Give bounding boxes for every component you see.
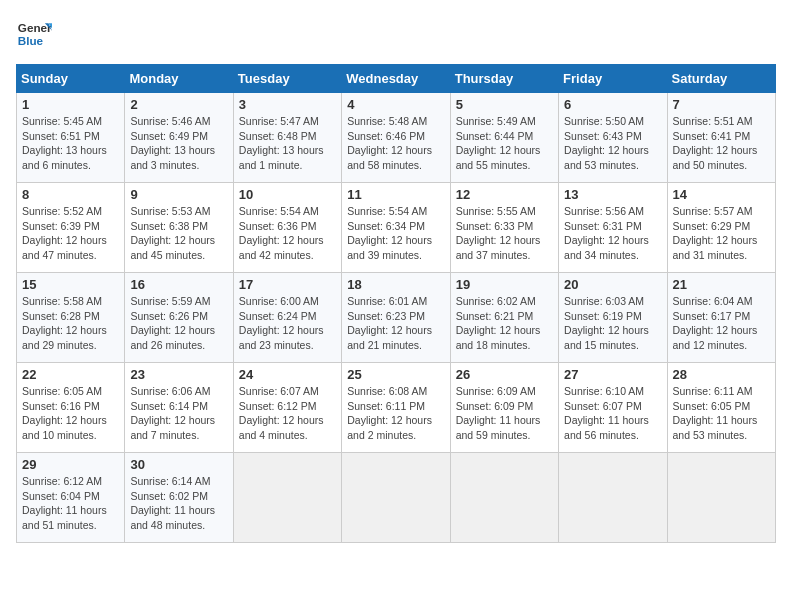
day-info: Sunrise: 5:55 AMSunset: 6:33 PMDaylight:… <box>456 205 541 261</box>
day-number: 22 <box>22 367 119 382</box>
calendar-cell: 1 Sunrise: 5:45 AMSunset: 6:51 PMDayligh… <box>17 93 125 183</box>
day-number: 11 <box>347 187 444 202</box>
day-info: Sunrise: 5:52 AMSunset: 6:39 PMDaylight:… <box>22 205 107 261</box>
day-number: 25 <box>347 367 444 382</box>
calendar-cell: 18 Sunrise: 6:01 AMSunset: 6:23 PMDaylig… <box>342 273 450 363</box>
day-info: Sunrise: 6:02 AMSunset: 6:21 PMDaylight:… <box>456 295 541 351</box>
calendar-week-row: 1 Sunrise: 5:45 AMSunset: 6:51 PMDayligh… <box>17 93 776 183</box>
calendar-table: SundayMondayTuesdayWednesdayThursdayFrid… <box>16 64 776 543</box>
day-number: 8 <box>22 187 119 202</box>
day-info: Sunrise: 6:00 AMSunset: 6:24 PMDaylight:… <box>239 295 324 351</box>
calendar-cell: 7 Sunrise: 5:51 AMSunset: 6:41 PMDayligh… <box>667 93 775 183</box>
day-info: Sunrise: 6:01 AMSunset: 6:23 PMDaylight:… <box>347 295 432 351</box>
day-info: Sunrise: 6:12 AMSunset: 6:04 PMDaylight:… <box>22 475 107 531</box>
day-number: 28 <box>673 367 770 382</box>
logo-icon: General Blue <box>16 16 52 52</box>
day-info: Sunrise: 5:51 AMSunset: 6:41 PMDaylight:… <box>673 115 758 171</box>
day-info: Sunrise: 5:47 AMSunset: 6:48 PMDaylight:… <box>239 115 324 171</box>
day-number: 26 <box>456 367 553 382</box>
calendar-cell: 13 Sunrise: 5:56 AMSunset: 6:31 PMDaylig… <box>559 183 667 273</box>
calendar-cell: 11 Sunrise: 5:54 AMSunset: 6:34 PMDaylig… <box>342 183 450 273</box>
day-info: Sunrise: 5:58 AMSunset: 6:28 PMDaylight:… <box>22 295 107 351</box>
day-info: Sunrise: 6:04 AMSunset: 6:17 PMDaylight:… <box>673 295 758 351</box>
calendar-cell: 22 Sunrise: 6:05 AMSunset: 6:16 PMDaylig… <box>17 363 125 453</box>
calendar-cell: 28 Sunrise: 6:11 AMSunset: 6:05 PMDaylig… <box>667 363 775 453</box>
header-day: Tuesday <box>233 65 341 93</box>
day-info: Sunrise: 6:06 AMSunset: 6:14 PMDaylight:… <box>130 385 215 441</box>
calendar-cell: 26 Sunrise: 6:09 AMSunset: 6:09 PMDaylig… <box>450 363 558 453</box>
calendar-week-row: 29 Sunrise: 6:12 AMSunset: 6:04 PMDaylig… <box>17 453 776 543</box>
day-info: Sunrise: 5:57 AMSunset: 6:29 PMDaylight:… <box>673 205 758 261</box>
day-number: 10 <box>239 187 336 202</box>
calendar-cell: 21 Sunrise: 6:04 AMSunset: 6:17 PMDaylig… <box>667 273 775 363</box>
calendar-week-row: 22 Sunrise: 6:05 AMSunset: 6:16 PMDaylig… <box>17 363 776 453</box>
day-number: 18 <box>347 277 444 292</box>
calendar-cell <box>233 453 341 543</box>
calendar-cell: 4 Sunrise: 5:48 AMSunset: 6:46 PMDayligh… <box>342 93 450 183</box>
page-header: General Blue <box>16 16 776 52</box>
day-info: Sunrise: 6:11 AMSunset: 6:05 PMDaylight:… <box>673 385 758 441</box>
calendar-cell: 29 Sunrise: 6:12 AMSunset: 6:04 PMDaylig… <box>17 453 125 543</box>
calendar-cell: 14 Sunrise: 5:57 AMSunset: 6:29 PMDaylig… <box>667 183 775 273</box>
day-info: Sunrise: 6:08 AMSunset: 6:11 PMDaylight:… <box>347 385 432 441</box>
day-number: 30 <box>130 457 227 472</box>
calendar-cell: 12 Sunrise: 5:55 AMSunset: 6:33 PMDaylig… <box>450 183 558 273</box>
day-number: 9 <box>130 187 227 202</box>
calendar-cell: 9 Sunrise: 5:53 AMSunset: 6:38 PMDayligh… <box>125 183 233 273</box>
day-info: Sunrise: 5:59 AMSunset: 6:26 PMDaylight:… <box>130 295 215 351</box>
day-number: 23 <box>130 367 227 382</box>
day-number: 7 <box>673 97 770 112</box>
day-info: Sunrise: 6:14 AMSunset: 6:02 PMDaylight:… <box>130 475 215 531</box>
header-day: Saturday <box>667 65 775 93</box>
day-number: 17 <box>239 277 336 292</box>
header-day: Thursday <box>450 65 558 93</box>
calendar-cell: 2 Sunrise: 5:46 AMSunset: 6:49 PMDayligh… <box>125 93 233 183</box>
header-day: Monday <box>125 65 233 93</box>
calendar-cell <box>559 453 667 543</box>
day-number: 27 <box>564 367 661 382</box>
calendar-cell <box>342 453 450 543</box>
calendar-cell: 8 Sunrise: 5:52 AMSunset: 6:39 PMDayligh… <box>17 183 125 273</box>
day-info: Sunrise: 5:45 AMSunset: 6:51 PMDaylight:… <box>22 115 107 171</box>
day-info: Sunrise: 6:09 AMSunset: 6:09 PMDaylight:… <box>456 385 541 441</box>
calendar-cell: 20 Sunrise: 6:03 AMSunset: 6:19 PMDaylig… <box>559 273 667 363</box>
calendar-cell: 5 Sunrise: 5:49 AMSunset: 6:44 PMDayligh… <box>450 93 558 183</box>
day-number: 4 <box>347 97 444 112</box>
day-info: Sunrise: 5:49 AMSunset: 6:44 PMDaylight:… <box>456 115 541 171</box>
calendar-cell: 19 Sunrise: 6:02 AMSunset: 6:21 PMDaylig… <box>450 273 558 363</box>
day-number: 16 <box>130 277 227 292</box>
day-info: Sunrise: 5:53 AMSunset: 6:38 PMDaylight:… <box>130 205 215 261</box>
day-info: Sunrise: 6:10 AMSunset: 6:07 PMDaylight:… <box>564 385 649 441</box>
logo: General Blue <box>16 16 56 52</box>
day-number: 14 <box>673 187 770 202</box>
calendar-cell: 10 Sunrise: 5:54 AMSunset: 6:36 PMDaylig… <box>233 183 341 273</box>
calendar-cell: 27 Sunrise: 6:10 AMSunset: 6:07 PMDaylig… <box>559 363 667 453</box>
day-number: 21 <box>673 277 770 292</box>
svg-text:Blue: Blue <box>18 34 44 47</box>
day-number: 3 <box>239 97 336 112</box>
day-number: 6 <box>564 97 661 112</box>
day-number: 13 <box>564 187 661 202</box>
day-info: Sunrise: 6:03 AMSunset: 6:19 PMDaylight:… <box>564 295 649 351</box>
day-number: 24 <box>239 367 336 382</box>
calendar-body: 1 Sunrise: 5:45 AMSunset: 6:51 PMDayligh… <box>17 93 776 543</box>
calendar-cell: 6 Sunrise: 5:50 AMSunset: 6:43 PMDayligh… <box>559 93 667 183</box>
calendar-week-row: 15 Sunrise: 5:58 AMSunset: 6:28 PMDaylig… <box>17 273 776 363</box>
day-number: 1 <box>22 97 119 112</box>
header-day: Sunday <box>17 65 125 93</box>
calendar-cell: 17 Sunrise: 6:00 AMSunset: 6:24 PMDaylig… <box>233 273 341 363</box>
day-info: Sunrise: 5:46 AMSunset: 6:49 PMDaylight:… <box>130 115 215 171</box>
day-info: Sunrise: 5:50 AMSunset: 6:43 PMDaylight:… <box>564 115 649 171</box>
header-day: Friday <box>559 65 667 93</box>
day-info: Sunrise: 5:56 AMSunset: 6:31 PMDaylight:… <box>564 205 649 261</box>
calendar-header: SundayMondayTuesdayWednesdayThursdayFrid… <box>17 65 776 93</box>
day-number: 15 <box>22 277 119 292</box>
day-info: Sunrise: 6:05 AMSunset: 6:16 PMDaylight:… <box>22 385 107 441</box>
calendar-cell <box>667 453 775 543</box>
header-day: Wednesday <box>342 65 450 93</box>
day-info: Sunrise: 6:07 AMSunset: 6:12 PMDaylight:… <box>239 385 324 441</box>
day-info: Sunrise: 5:48 AMSunset: 6:46 PMDaylight:… <box>347 115 432 171</box>
calendar-cell: 16 Sunrise: 5:59 AMSunset: 6:26 PMDaylig… <box>125 273 233 363</box>
day-number: 20 <box>564 277 661 292</box>
calendar-cell: 24 Sunrise: 6:07 AMSunset: 6:12 PMDaylig… <box>233 363 341 453</box>
